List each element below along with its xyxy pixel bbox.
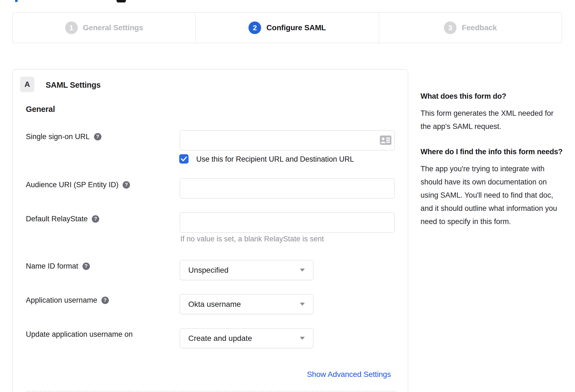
nameid-format-label-text: Name ID format: [26, 262, 78, 270]
help-question-1: What does this form do?: [421, 90, 563, 103]
cropped-header-fragment-title-descender: [117, 0, 126, 2]
nameid-format-help-icon[interactable]: ?: [82, 263, 90, 270]
app-username-label-text: Application username: [26, 296, 97, 305]
sso-url-input[interactable]: [180, 130, 395, 150]
relaystate-label-text: Default RelayState: [26, 215, 88, 223]
step-2-label: Configure SAML: [266, 23, 326, 32]
sso-url-label: Single sign-on URL ?: [26, 132, 101, 141]
app-username-label: Application username ?: [26, 296, 109, 305]
chevron-down-icon: [300, 337, 305, 340]
sso-url-help-icon[interactable]: ?: [94, 133, 101, 140]
dashed-divider: [26, 391, 396, 391]
app-username-value: Okta username: [188, 300, 241, 309]
update-username-select[interactable]: Create and update: [180, 328, 313, 348]
general-section-heading: General: [26, 105, 55, 114]
step-general-settings[interactable]: 1 General Settings: [13, 13, 195, 43]
relaystate-label: Default RelayState ?: [26, 215, 99, 223]
nameid-format-select[interactable]: Unspecified: [180, 260, 313, 280]
chevron-down-icon: [300, 303, 305, 306]
relaystate-help-icon[interactable]: ?: [92, 215, 99, 223]
help-answer-1: This form generates the XML needed for t…: [421, 107, 563, 133]
step-3-circle: 3: [444, 21, 457, 34]
wizard-stepper: 1 General Settings 2 Configure SAML 3 Fe…: [12, 12, 562, 43]
nameid-format-label: Name ID format ?: [26, 262, 90, 270]
audience-uri-input[interactable]: [180, 178, 395, 198]
app-username-select[interactable]: Okta username: [180, 294, 313, 314]
sso-checkbox-label: Use this for Recipient URL and Destinati…: [196, 155, 354, 164]
show-advanced-settings-link[interactable]: Show Advanced Settings: [307, 370, 391, 379]
help-answer-2: The app you're trying to integrate with …: [421, 162, 563, 228]
section-a-badge: A: [20, 77, 34, 92]
audience-uri-label-text: Audience URI (SP Entity ID): [26, 181, 118, 189]
update-username-label: Update application username on: [26, 330, 133, 339]
update-username-value: Create and update: [188, 334, 252, 343]
step-2-circle: 2: [248, 21, 261, 34]
okta-configure-saml-page: { "stepper": { "steps": [ {"number": "1"…: [0, 0, 575, 392]
step-configure-saml[interactable]: 2 Configure SAML: [195, 13, 378, 43]
nameid-format-value: Unspecified: [188, 266, 228, 275]
saml-settings-card: A SAML Settings General Single sign-on U…: [12, 69, 408, 392]
chevron-down-icon: [300, 269, 305, 272]
sso-url-label-text: Single sign-on URL: [26, 132, 90, 141]
help-question-2: Where do I find the info this form needs…: [421, 145, 563, 158]
help-sidebar: What does this form do? This form genera…: [421, 90, 563, 228]
step-1-circle: 1: [65, 21, 78, 34]
app-username-help-icon[interactable]: ?: [101, 297, 109, 304]
card-title: SAML Settings: [46, 81, 101, 90]
step-1-label: General Settings: [83, 23, 143, 32]
sso-checkbox[interactable]: [179, 154, 189, 164]
update-username-label-text: Update application username on: [26, 330, 133, 339]
step-3-label: Feedback: [462, 23, 497, 32]
check-icon: [181, 156, 187, 161]
step-feedback[interactable]: 3 Feedback: [379, 13, 562, 43]
audience-uri-help-icon[interactable]: ?: [123, 181, 130, 189]
cropped-header-fragment-blue: [15, 0, 18, 2]
relaystate-input[interactable]: [180, 212, 395, 233]
audience-uri-label: Audience URI (SP Entity ID) ?: [26, 181, 130, 189]
relaystate-note: If no value is set, a blank RelayState i…: [180, 235, 324, 243]
